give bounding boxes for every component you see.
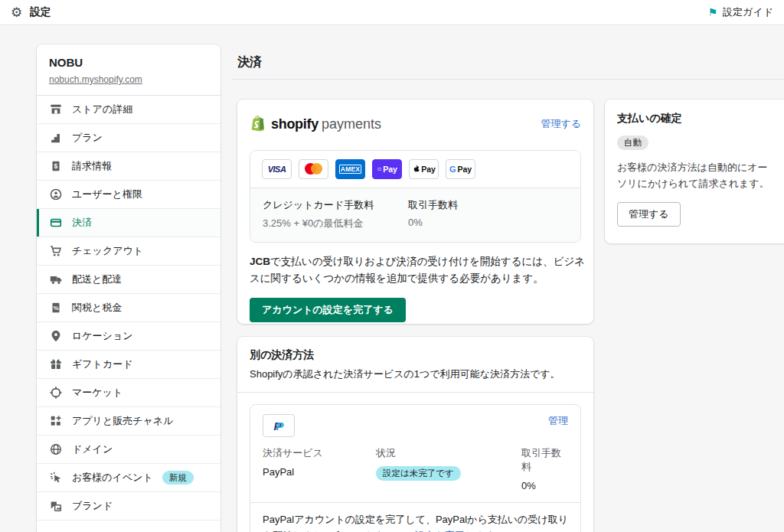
mastercard-icon — [305, 163, 323, 175]
brand-image-icon — [49, 499, 63, 513]
sidebar-item-domains[interactable]: ドメイン — [37, 436, 220, 464]
gift-icon — [49, 357, 63, 371]
top-bar: ⚙ 設定 ⚑ 設定ガイド — [0, 0, 784, 25]
mastercard-badge — [299, 159, 328, 179]
auto-badge: 自動 — [617, 135, 648, 150]
stairs-icon — [49, 131, 63, 145]
sidebar-item-apps-sales-channels[interactable]: アプリと販売チャネル — [37, 407, 220, 436]
shopify-payments-manage-link[interactable]: 管理する — [541, 117, 581, 131]
paypal-provider-box: PP 管理 決済サービス PayPal 状況 設定は未完了です 取引手数料 0%… — [250, 404, 581, 532]
payment-capture-title: 支払いの確定 — [617, 112, 781, 126]
fees-row: クレジットカード手数料 3.25% + ¥0の最低料金 取引手数料 0% — [250, 188, 580, 242]
sidebar-item-locations[interactable]: ロケーション — [37, 322, 220, 351]
credit-fee-value: 3.25% + ¥0の最低料金 — [263, 217, 408, 230]
gear-icon: ⚙ — [11, 6, 22, 19]
title-divider — [233, 79, 784, 80]
sidebar-item-checkout[interactable]: チェックアウト — [37, 237, 220, 266]
apple-icon — [412, 165, 420, 174]
new-badge: 新規 — [162, 471, 194, 485]
provider-column-header: 決済サービス — [263, 446, 376, 460]
credit-card-icon — [49, 216, 63, 230]
complete-account-setup-button[interactable]: アカウントの設定を完了する — [250, 298, 406, 322]
storefront-icon — [49, 103, 63, 116]
sidebar-item-payments[interactable]: 決済 — [37, 209, 220, 237]
shopify-bag-icon — [250, 115, 266, 133]
fee-value: 0% — [521, 480, 568, 491]
provider-name: PayPal — [263, 466, 376, 478]
shopify-payments-card: shopifypayments 管理する VISA AMEX ○Pay Pay … — [237, 100, 593, 324]
store-name: NOBU — [49, 56, 208, 69]
sidebar-item-brand[interactable]: ブランド — [37, 492, 220, 521]
setup-guide-label: 設定ガイド — [723, 5, 773, 19]
store-domain-link[interactable]: nobuch.myshopify.com — [49, 74, 142, 85]
shop-bag-icon: ○ — [377, 165, 381, 173]
truck-icon — [49, 273, 63, 286]
cart-icon — [49, 244, 63, 258]
store-header: NOBU nobuch.myshopify.com — [37, 44, 220, 96]
fee-column-header: 取引手数料 — [521, 446, 568, 474]
settings-title: 設定 — [30, 5, 51, 19]
payment-capture-description: お客様の決済方法は自動的にオーソリにかけられて請求されます。 — [617, 160, 770, 192]
credit-fee-label: クレジットカード手数料 — [263, 198, 408, 212]
cursor-click-icon — [49, 471, 63, 485]
alternative-subtitle: Shopifyの承認された決済サービスの1つで利用可能な決済方法です。 — [250, 367, 581, 381]
google-pay-badge: GPay — [446, 159, 475, 179]
user-circle-icon — [49, 188, 63, 201]
sidebar-item-plan[interactable]: プラン — [37, 124, 220, 152]
paypal-logo: PP — [263, 414, 295, 437]
settings-sidebar: NOBU nobuch.myshopify.com ストアの詳細 プラン $ 請… — [37, 44, 220, 532]
jcb-notice: JCBで支払いの受け取りおよび決済の受け付けを開始するには、ビジネスに関するいく… — [250, 253, 590, 288]
sidebar-item-taxes-duties[interactable]: % 関税と税金 — [37, 294, 220, 322]
globe-icon — [49, 442, 63, 456]
settings-header: ⚙ 設定 — [11, 5, 51, 19]
sidebar-item-shipping-delivery[interactable]: 配送と配達 — [37, 266, 220, 294]
paypal-manage-link[interactable]: 管理 — [548, 414, 568, 428]
status-column-header: 状況 — [376, 446, 521, 460]
shop-pay-badge: ○Pay — [372, 159, 402, 179]
sidebar-item-gift-cards[interactable]: ギフトカード — [37, 351, 220, 379]
apple-pay-badge: Pay — [409, 159, 439, 179]
google-g-icon: G — [449, 165, 456, 174]
payment-methods-box: VISA AMEX ○Pay Pay GPay クレジットカード手数料 3.25… — [250, 150, 581, 243]
alternative-title: 別の決済方法 — [250, 348, 581, 362]
sidebar-item-billing[interactable]: $ 請求情報 — [37, 152, 220, 181]
amex-badge: AMEX — [335, 159, 365, 179]
sidebar-item-store-details[interactable]: ストアの詳細 — [37, 96, 220, 124]
transaction-fee-value: 0% — [408, 217, 458, 228]
flag-icon: ⚑ — [708, 7, 718, 18]
capture-manage-button[interactable]: 管理する — [617, 202, 681, 227]
apps-grid-icon — [49, 414, 63, 428]
sidebar-item-customer-events[interactable]: お客様のイベント 新規 — [37, 464, 220, 492]
sidebar-item-users-permissions[interactable]: ユーザーと権限 — [37, 181, 220, 209]
sidebar-item-markets[interactable]: マーケット — [37, 379, 220, 407]
transaction-fee-label: 取引手数料 — [408, 198, 458, 212]
map-pin-icon — [49, 329, 63, 343]
setup-guide-button[interactable]: ⚑ 設定ガイド — [708, 5, 773, 19]
alternative-payments-card: 別の決済方法 Shopifyの承認された決済サービスの1つで利用可能な決済方法で… — [237, 337, 593, 532]
visa-badge: VISA — [262, 159, 292, 179]
svg-text:%: % — [53, 305, 58, 312]
svg-text:$: $ — [54, 162, 58, 170]
target-globe-icon — [49, 386, 63, 400]
status-badge: 設定は未完了です — [376, 466, 461, 481]
receipt-percent-icon: % — [49, 301, 63, 315]
payment-capture-card: 支払いの確定 自動 お客様の決済方法は自動的にオーソリにかけられて請求されます。… — [605, 100, 784, 243]
page-title: 決済 — [237, 54, 262, 70]
shopify-payments-logo: shopifypayments — [250, 115, 381, 133]
paypal-note: PayPalアカウントの設定を完了して、PayPalから支払いの受け取りを開始し… — [250, 502, 580, 532]
receipt-dollar-icon: $ — [49, 159, 63, 173]
